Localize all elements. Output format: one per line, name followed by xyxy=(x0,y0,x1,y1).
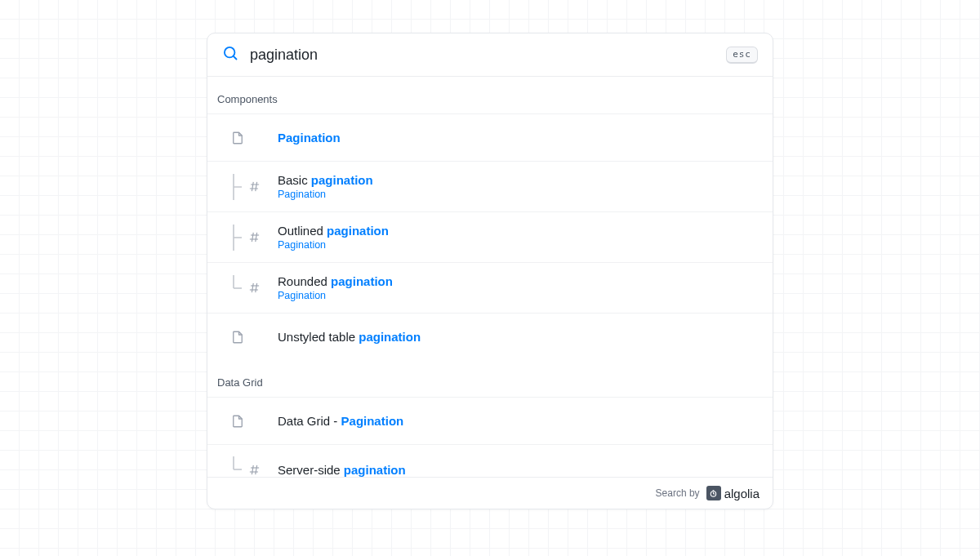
svg-line-25 xyxy=(256,465,257,474)
result-text: Unstyled table pagination xyxy=(278,330,421,344)
hash-icon xyxy=(230,174,261,200)
svg-line-12 xyxy=(252,233,253,242)
hash-icon xyxy=(230,275,261,301)
result-breadcrumb: Pagination xyxy=(278,239,389,251)
search-footer: Search by algolia xyxy=(207,477,773,509)
page-icon xyxy=(230,130,261,146)
hash-icon xyxy=(230,225,261,251)
svg-line-7 xyxy=(256,182,257,191)
search-result[interactable]: Outlined paginationPagination xyxy=(207,211,773,262)
hash-icon xyxy=(230,456,261,477)
algolia-credit: algolia xyxy=(706,486,760,500)
result-text: Pagination xyxy=(278,131,341,145)
result-title: Outlined pagination xyxy=(278,224,389,238)
search-input[interactable] xyxy=(250,47,715,64)
result-title: Server-side pagination xyxy=(278,463,406,477)
search-by-label: Search by xyxy=(656,487,700,499)
search-icon xyxy=(222,45,238,64)
result-text: Basic paginationPagination xyxy=(278,173,373,200)
svg-line-24 xyxy=(252,465,253,474)
result-breadcrumb: Pagination xyxy=(278,290,393,301)
search-result[interactable]: Unstyled table pagination xyxy=(207,313,773,360)
result-title: Pagination xyxy=(278,131,341,145)
result-text: Outlined paginationPagination xyxy=(278,224,389,251)
result-text: Data Grid - Pagination xyxy=(278,414,403,428)
result-title: Basic pagination xyxy=(278,173,373,187)
svg-line-6 xyxy=(252,182,253,191)
search-result[interactable]: Pagination xyxy=(207,113,773,161)
svg-line-18 xyxy=(252,283,253,292)
result-title: Unstyled table pagination xyxy=(278,330,421,344)
page-icon xyxy=(230,329,261,345)
algolia-label: algolia xyxy=(724,487,760,500)
svg-line-13 xyxy=(256,233,257,242)
search-result[interactable]: Basic paginationPagination xyxy=(207,161,773,211)
result-text: Rounded paginationPagination xyxy=(278,274,393,301)
result-breadcrumb: Pagination xyxy=(278,189,373,200)
section-title: Components xyxy=(207,77,773,113)
svg-line-19 xyxy=(256,283,257,292)
search-header: esc xyxy=(207,33,773,77)
search-result[interactable]: Rounded paginationPagination xyxy=(207,262,773,313)
result-text: Server-side pagination xyxy=(278,463,406,477)
search-result[interactable]: Data Grid - Pagination xyxy=(207,397,773,444)
page-icon xyxy=(230,413,261,429)
svg-line-1 xyxy=(234,56,237,60)
result-title: Rounded pagination xyxy=(278,274,393,288)
section-title: Data Grid xyxy=(207,360,773,397)
search-result[interactable]: Server-side pagination xyxy=(207,444,773,477)
algolia-icon xyxy=(706,486,721,500)
result-title: Data Grid - Pagination xyxy=(278,414,403,428)
escape-key-hint[interactable]: esc xyxy=(726,47,758,64)
search-modal: esc ComponentsPaginationBasic pagination… xyxy=(207,33,773,509)
search-results[interactable]: ComponentsPaginationBasic paginationPagi… xyxy=(207,77,773,477)
